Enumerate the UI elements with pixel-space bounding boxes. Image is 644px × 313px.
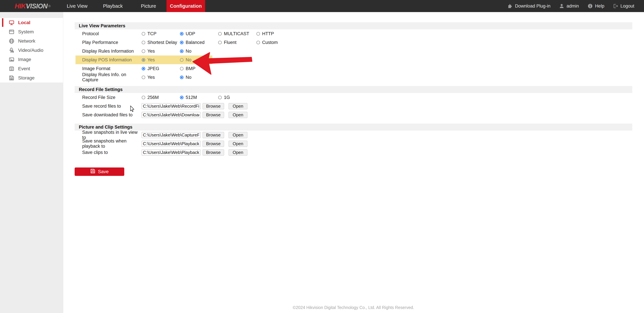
sidebar-item-storage[interactable]: Storage (0, 73, 63, 82)
radio-option-multicast[interactable]: MULTICAST (218, 31, 256, 36)
radio-option-no[interactable]: No (180, 75, 218, 80)
hikvision-logo: HIKVISION® (15, 0, 50, 12)
snapshots-liveview-path-input[interactable] (142, 132, 200, 138)
admin-user-button[interactable]: admin (559, 4, 579, 9)
tab-live-view[interactable]: Live View (64, 0, 90, 12)
row-save-record-files: Save record files to Browse Open (75, 102, 632, 110)
open-button[interactable]: Open (228, 149, 247, 156)
radio-icon (142, 96, 145, 99)
save-button[interactable]: Save (75, 168, 124, 176)
radio-label: HTTP (262, 31, 274, 36)
row-label: Save snapshots when playback to (82, 138, 142, 149)
radio-icon (142, 76, 145, 79)
radio-option-yes[interactable]: Yes (142, 75, 180, 80)
copyright-footer: ©2024 Hikvision Digital Technology Co., … (75, 305, 632, 310)
section-title: Live View Parameters (79, 23, 125, 28)
radio-option-http[interactable]: HTTP (256, 31, 295, 36)
radio-option-no-disabled: No (180, 57, 218, 62)
plugin-icon (507, 3, 513, 9)
save-floppy-icon (90, 168, 96, 175)
logo-registered-mark: ® (48, 4, 50, 8)
radio-icon (142, 41, 145, 44)
radio-label: 512M (186, 95, 197, 100)
radio-option-balanced[interactable]: Balanced (180, 40, 218, 45)
open-button[interactable]: Open (228, 132, 247, 138)
radio-option-fluent[interactable]: Fluent (218, 40, 256, 45)
radio-label: BMP (186, 66, 196, 71)
radio-option-512m[interactable]: 512M (180, 95, 218, 100)
radio-option-tcp[interactable]: TCP (142, 31, 180, 36)
browse-button[interactable]: Browse (202, 149, 224, 156)
record-files-path-input[interactable] (142, 103, 200, 109)
row-display-pos-information-highlighted: Display POS Information Yes No (75, 56, 632, 64)
radio-option-shortest-delay[interactable]: Shortest Delay (142, 40, 180, 45)
radio-option-custom[interactable]: Custom (256, 40, 295, 45)
calendar-icon (9, 66, 14, 72)
radio-icon (180, 41, 184, 44)
radio-icon (218, 32, 222, 36)
radio-label: No (186, 48, 192, 54)
row-label: Save downloaded files to (82, 112, 142, 118)
sidebar-item-label: Network (18, 38, 36, 44)
row-label: Protocol (82, 31, 142, 36)
globe-icon (9, 38, 14, 44)
row-label: Display Rules Information (82, 48, 142, 54)
radio-option-bmp[interactable]: BMP (180, 66, 218, 71)
browse-button[interactable]: Browse (202, 141, 224, 147)
sidebar-item-image[interactable]: Image (0, 55, 63, 64)
radio-option-1g[interactable]: 1G (218, 95, 256, 100)
sidebar-item-label: System (18, 29, 34, 34)
logout-button[interactable]: Logout (613, 4, 634, 9)
download-plugin-button[interactable]: Download Plug-in (507, 3, 550, 9)
sidebar-item-video-audio[interactable]: Video/Audio (0, 46, 63, 55)
tab-configuration[interactable]: Configuration (166, 0, 205, 12)
help-button[interactable]: Help (588, 4, 604, 9)
radio-label: Custom (262, 40, 278, 45)
logo-vision: VISION (26, 2, 48, 10)
section-header-record-file-settings: Record File Settings (75, 86, 632, 93)
sidebar-item-network[interactable]: Network (0, 36, 63, 46)
browse-button[interactable]: Browse (202, 103, 224, 109)
row-label: Play Performance (82, 40, 142, 45)
radio-icon (180, 96, 184, 99)
section-header-live-view-parameters: Live View Parameters (75, 22, 632, 29)
radio-label: No (186, 57, 192, 62)
admin-user-label: admin (566, 4, 579, 9)
sidebar-item-system[interactable]: System (0, 27, 63, 36)
top-navigation-bar: HIKVISION® Live View Playback Picture Co… (0, 0, 644, 12)
section-title: Picture and Clip Settings (79, 124, 132, 130)
tab-picture[interactable]: Picture (137, 0, 160, 12)
row-save-downloaded-files: Save downloaded files to Browse Open (75, 110, 632, 119)
radio-icon (180, 58, 184, 62)
open-button[interactable]: Open (228, 112, 247, 118)
radio-option-256m[interactable]: 256M (142, 95, 180, 100)
sidebar: Local System Network Video/Audio Image (0, 12, 63, 313)
logout-label: Logout (620, 4, 634, 9)
open-button[interactable]: Open (228, 141, 247, 147)
radio-label: TCP (148, 31, 156, 36)
help-label: Help (595, 4, 604, 9)
clips-path-input[interactable] (142, 150, 200, 156)
settings-content: Live View Parameters Protocol TCP UDP MU… (75, 22, 632, 176)
section-title: Record File Settings (79, 87, 122, 92)
open-button[interactable]: Open (228, 103, 247, 109)
row-save-clips: Save clips to Browse Open (75, 148, 632, 157)
sidebar-item-event[interactable]: Event (0, 64, 63, 73)
radio-icon (142, 67, 145, 70)
radio-option-udp[interactable]: UDP (180, 31, 218, 36)
radio-option-yes-disabled: Yes (142, 57, 180, 62)
radio-icon (180, 76, 184, 79)
radio-label: Balanced (186, 40, 204, 45)
radio-option-yes[interactable]: Yes (142, 48, 180, 54)
radio-option-jpeg[interactable]: JPEG (142, 66, 180, 71)
row-save-snapshots-playback: Save snapshots when playback to Browse O… (75, 139, 632, 148)
tab-playback[interactable]: Playback (100, 0, 126, 12)
downloaded-files-path-input[interactable] (142, 112, 200, 118)
browse-button[interactable]: Browse (202, 112, 224, 118)
radio-option-no[interactable]: No (180, 48, 218, 54)
sidebar-item-local[interactable]: Local (0, 18, 63, 27)
browse-button[interactable]: Browse (202, 132, 224, 138)
floppy-icon (9, 75, 14, 81)
row-image-format: Image Format JPEG BMP (75, 64, 632, 73)
snapshots-playback-path-input[interactable] (142, 141, 200, 147)
